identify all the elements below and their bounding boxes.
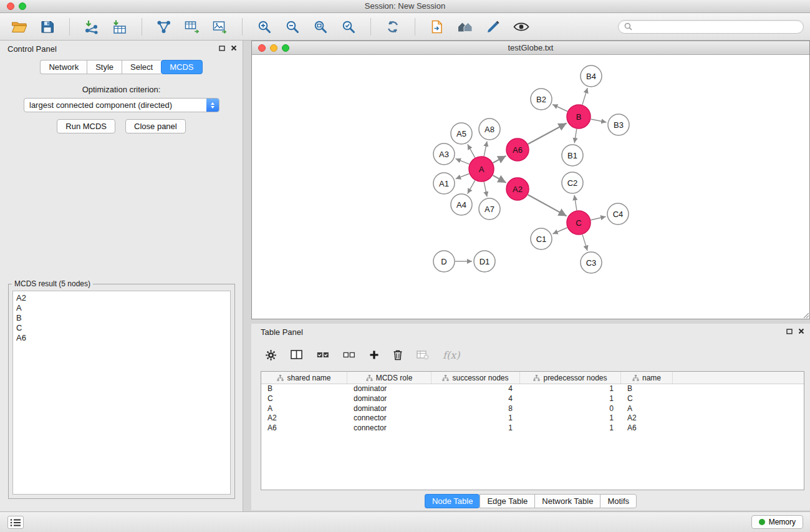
delete-column-button[interactable] — [393, 349, 403, 360]
edge-A-A3[interactable] — [456, 158, 470, 164]
edge-B-B2[interactable] — [552, 105, 567, 112]
import-table-button[interactable] — [108, 16, 132, 38]
control-panel-tabs: NetworkStyleSelectMCDS — [0, 60, 243, 74]
export-table-button[interactable] — [180, 16, 204, 38]
search-input[interactable] — [635, 22, 798, 31]
status-bar: Memory — [0, 511, 810, 532]
optimization-criterion-select[interactable]: largest connected component (directed) — [24, 98, 219, 112]
mcds-result-item[interactable]: A6 — [16, 333, 227, 343]
edge-A6-B[interactable] — [528, 123, 567, 145]
column-header-successor-nodes[interactable]: successor nodes — [432, 372, 520, 384]
column-header-predecessor-nodes[interactable]: predecessor nodes — [520, 372, 621, 384]
zoom-in-button[interactable] — [253, 16, 276, 38]
column-type-icon — [533, 375, 540, 381]
tab-node-table[interactable]: Node Table — [425, 494, 480, 508]
edge-B-B4[interactable] — [582, 88, 587, 105]
select-all-button[interactable] — [317, 351, 329, 359]
open-session-button[interactable] — [7, 16, 31, 38]
edge-A-A5[interactable] — [468, 144, 475, 157]
close-panel-icon[interactable] — [231, 45, 237, 51]
float-panel-icon[interactable] — [219, 46, 225, 51]
edge-B-B1[interactable] — [574, 129, 577, 143]
edge-C-C3[interactable] — [582, 235, 587, 251]
tab-network-table[interactable]: Network Table — [534, 494, 600, 508]
tab-network[interactable]: Network — [40, 60, 87, 74]
close-window-button[interactable] — [7, 2, 14, 10]
resize-grip-icon[interactable] — [801, 311, 809, 319]
mcds-result-item[interactable]: B — [16, 313, 227, 323]
network-canvas[interactable]: B4B2BB3A5A8A6B1A3AC2A1A2A4A7CC4C1C3DD1 — [252, 55, 809, 319]
zoom-out-button[interactable] — [281, 16, 304, 38]
graph-node-label: A — [479, 165, 485, 174]
optimization-criterion-label: Optimization criterion: — [0, 85, 243, 94]
mcds-result-item[interactable]: C — [16, 323, 227, 333]
table-panel-tabs: Node TableEdge TableNetwork TableMotifs — [251, 494, 810, 508]
memory-button[interactable]: Memory — [751, 515, 803, 529]
zoom-fit-button[interactable] — [309, 16, 332, 38]
table-row[interactable]: A6connector11A6 — [261, 423, 804, 433]
import-network-button[interactable] — [80, 16, 104, 38]
edge-A-A8[interactable] — [484, 142, 487, 157]
tab-style[interactable]: Style — [87, 60, 122, 74]
zoom-selected-button[interactable] — [337, 16, 360, 38]
import-table-disabled-button — [417, 350, 429, 360]
show-columns-button[interactable] — [291, 350, 303, 360]
close-panel-icon[interactable] — [798, 328, 804, 334]
tab-mcds[interactable]: MCDS — [161, 60, 202, 74]
refresh-view-button[interactable] — [381, 16, 405, 38]
edge-A-A2[interactable] — [493, 175, 506, 183]
zoom-window-button[interactable] — [19, 2, 26, 10]
table-panel: Table Panel — [251, 324, 810, 510]
table-row[interactable]: Cdominator41C — [261, 394, 804, 404]
network-close-button[interactable] — [258, 44, 266, 52]
network-window-title: testGlobe.txt — [508, 43, 554, 52]
style-brush-button[interactable] — [481, 16, 505, 38]
column-header-MCDS-role[interactable]: MCDS role — [347, 372, 432, 384]
mcds-result-item[interactable]: A — [16, 303, 227, 313]
network-from-file-button[interactable] — [425, 16, 449, 38]
edge-C-C2[interactable] — [574, 195, 577, 210]
import-network-icon — [84, 19, 100, 34]
tab-edge-table[interactable]: Edge Table — [480, 494, 534, 508]
new-network-button[interactable] — [152, 16, 176, 38]
edge-C-C1[interactable] — [552, 228, 567, 234]
save-session-button[interactable] — [36, 16, 59, 38]
table-cell: dominator — [347, 394, 432, 404]
show-hide-button[interactable] — [509, 16, 533, 38]
column-header-shared-name[interactable]: shared name — [261, 372, 347, 384]
export-image-button[interactable] — [208, 16, 232, 38]
mcds-result-item[interactable]: A2 — [16, 293, 227, 303]
edge-C-C4[interactable] — [591, 216, 606, 220]
edge-A-A6[interactable] — [493, 156, 506, 163]
home-button[interactable] — [453, 16, 477, 38]
table-toolbar: f(x) — [251, 341, 810, 369]
graph-node-label: B — [576, 112, 582, 122]
table-row[interactable]: A2connector11A2 — [261, 414, 804, 423]
edge-A-A4[interactable] — [468, 180, 475, 193]
close-panel-button[interactable]: Close panel — [125, 119, 186, 133]
graph-node-label: C3 — [586, 258, 597, 268]
table-row[interactable]: Bdominator41B — [261, 384, 804, 394]
table-settings-button[interactable] — [265, 349, 277, 361]
table-cell: 4 — [432, 384, 520, 394]
column-header-label: MCDS role — [376, 374, 413, 382]
task-history-button[interactable] — [7, 516, 24, 529]
edge-A-A7[interactable] — [484, 182, 487, 197]
run-mcds-button[interactable]: Run MCDS — [57, 119, 115, 133]
table-header-row: shared nameMCDS rolesuccessor nodesprede… — [261, 372, 804, 384]
column-header-name[interactable]: name — [621, 372, 673, 384]
edge-B-B3[interactable] — [591, 119, 607, 122]
table-cell: 1 — [432, 423, 520, 433]
table-row[interactable]: Adominator80A — [261, 404, 804, 414]
tab-select[interactable]: Select — [122, 60, 161, 74]
deselect-all-button[interactable] — [343, 351, 355, 359]
edge-A-A1[interactable] — [456, 174, 470, 179]
list-icon — [10, 518, 21, 527]
edge-A2-C[interactable] — [528, 195, 567, 216]
float-panel-icon[interactable] — [786, 329, 793, 334]
network-zoom-button[interactable] — [282, 44, 289, 52]
column-type-icon — [632, 375, 639, 381]
add-column-button[interactable] — [369, 350, 379, 360]
network-minimize-button[interactable] — [270, 44, 277, 52]
tab-motifs[interactable]: Motifs — [600, 494, 637, 508]
